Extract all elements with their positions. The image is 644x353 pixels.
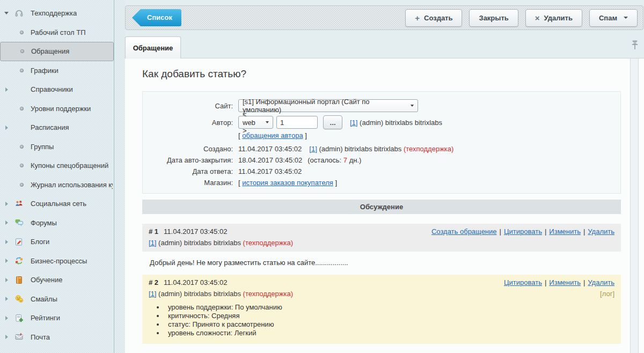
message-2-meta-row: # 2 11.04.2017 03:45:02 Цитировать | Изм…	[149, 278, 614, 286]
form-row-created: Создано: 11.04.2017 03:45:02 [1] (admin)…	[143, 145, 620, 153]
sidebar-item-label: Почта	[31, 333, 50, 341]
sidebar-item-label: Рабочий стол ТП	[31, 28, 86, 36]
autoclose-left-days: 7	[343, 156, 347, 164]
list-item: статус: Принято к рассмотрению	[165, 320, 614, 328]
sidebar-item-groups[interactable]: Группы	[0, 137, 125, 157]
form-row-answer-date: Дата ответа: 11.04.2017 03:45:02	[143, 167, 620, 175]
author-requests-link[interactable]: обращения автора	[242, 131, 303, 139]
sidebar-item-forums[interactable]: Форумы	[0, 214, 125, 233]
content-scrollbar[interactable]	[630, 58, 639, 353]
headphones-icon	[14, 9, 24, 18]
pin-icon[interactable]	[630, 39, 640, 52]
sidebar-item-coupons[interactable]: Купоны спецобращений	[0, 156, 125, 175]
author-user-link[interactable]: [1]	[350, 119, 357, 127]
message-2-actions: Цитировать | Изменить | Удалить	[504, 278, 614, 286]
action-create-request-link[interactable]: Создать обращение	[431, 227, 497, 236]
created-user-link[interactable]: [1]	[309, 145, 317, 153]
bizproc-icon	[14, 256, 24, 265]
author-browse-button[interactable]: ...	[323, 115, 342, 129]
chevron-down-icon	[624, 17, 628, 19]
spam-dropdown-button[interactable]: Спам	[589, 9, 638, 27]
sidebar-item-social[interactable]: Социальная сеть	[0, 194, 125, 214]
chevron-right-icon	[5, 316, 8, 320]
sidebar-item-label: Журнал использования куп	[31, 181, 113, 189]
author-type-select[interactable]: < web >	[238, 116, 273, 129]
bullet-icon	[20, 145, 24, 149]
action-delete-link[interactable]: Удалить	[588, 227, 614, 236]
sidebar-item-tech-support[interactable]: Техподдержка	[0, 4, 125, 23]
answer-date-label: Дата ответа:	[143, 167, 238, 175]
message-author-name: (admin) bitrixlabs bitrixlabs	[158, 290, 241, 298]
action-edit-link[interactable]: Изменить	[549, 227, 581, 236]
author-id-input[interactable]	[276, 116, 318, 129]
action-edit-link[interactable]: Изменить	[549, 278, 581, 286]
message-author-group: (техподдержка)	[243, 239, 293, 247]
site-label: Сайт:	[143, 102, 238, 110]
bitrix-admin-window: Техподдержка Рабочий стол ТП Обращения Г…	[0, 0, 644, 353]
sidebar-menu: Техподдержка Рабочий стол ТП Обращения Г…	[0, 0, 125, 347]
bullet-icon	[20, 31, 24, 34]
discussion-header: Обсуждение	[142, 200, 621, 214]
shop-orders: [ история заказов покупателя ]	[238, 179, 337, 187]
message-author: [1] (admin) bitrixlabs bitrixlabs (техпо…	[149, 239, 293, 247]
close-button[interactable]: Закрыть	[469, 9, 518, 27]
sidebar-item-blogs[interactable]: Блоги	[0, 232, 125, 252]
list-item: критичность: Средняя	[165, 312, 614, 320]
ratings-icon	[14, 314, 24, 322]
message-author-link[interactable]: [1]	[149, 239, 156, 247]
sidebar-item-schedules[interactable]: Расписания	[0, 118, 125, 137]
site-select[interactable]: [s1] Информационный портал (Сайт по умол…	[238, 99, 418, 112]
chevron-right-icon	[5, 240, 8, 244]
bracket-close: ]	[305, 131, 307, 139]
sidebar-item-usage-log[interactable]: Журнал использования куп	[0, 175, 125, 195]
bracket-open: [	[238, 131, 240, 139]
sidebar-item-bizproc[interactable]: Бизнес-процессы	[0, 252, 125, 271]
mail-icon	[14, 333, 24, 341]
chevron-right-icon	[5, 297, 8, 301]
autoclose-value: 18.04.2017 03:45:02	[238, 156, 302, 164]
action-quote-link[interactable]: Цитировать	[504, 278, 542, 286]
chevron-right-icon	[5, 220, 8, 225]
sidebar-item-directories[interactable]: Справочники	[0, 80, 125, 99]
message-1: # 1 11.04.2017 03:45:02 Создать обращени…	[142, 224, 621, 274]
message-author-link[interactable]: [1]	[149, 290, 156, 298]
plus-icon: +	[415, 14, 420, 22]
shop-label: Магазин:	[143, 179, 238, 187]
spam-button-label: Спам	[599, 14, 617, 22]
message-2-params-list: уровень поддержки: По умолчанию критично…	[165, 303, 614, 337]
blog-icon	[14, 238, 24, 246]
create-button[interactable]: + Создать	[405, 9, 462, 27]
sidebar-item-desktop[interactable]: Рабочий стол ТП	[0, 23, 125, 42]
action-quote-link[interactable]: Цитировать	[504, 227, 542, 236]
sidebar-item-requests[interactable]: Обращения	[0, 42, 114, 61]
sidebar-item-training[interactable]: Обучение	[0, 270, 125, 290]
sidebar-item-charts[interactable]: Графики	[0, 61, 125, 80]
sidebar-item-ratings[interactable]: Рейтинги	[0, 308, 125, 328]
sidebar-item-smiles[interactable]: Смайлы	[0, 290, 125, 309]
log-link[interactable]: [лог]	[600, 290, 614, 298]
action-delete-link[interactable]: Удалить	[588, 278, 614, 286]
created-label: Создано:	[143, 145, 238, 153]
sidebar-item-label: Графики	[31, 67, 58, 75]
sidebar-item-label: Обучение	[31, 276, 62, 284]
sidebar-item-mail[interactable]: Почта	[0, 328, 125, 347]
chevron-down-icon	[4, 12, 9, 14]
message-date: 11.04.2017 03:45:02	[164, 278, 227, 286]
message-1-body: Добрый день! Не могу разместить статью н…	[142, 252, 621, 274]
autoclose-left-suffix: дн.)	[349, 156, 362, 164]
bullet-icon	[20, 164, 24, 167]
sidebar-item-label: Купоны спецобращений	[31, 161, 108, 170]
separator: |	[545, 227, 546, 236]
bullet-icon	[20, 183, 24, 187]
sidebar-item-support-levels[interactable]: Уровни поддержки	[0, 99, 125, 119]
created-user-group: (техподдержка)	[404, 145, 453, 153]
author-requests: [ обращения автора ]	[238, 131, 307, 139]
close-button-label: Закрыть	[479, 14, 508, 22]
list-back-button[interactable]: Список	[132, 9, 181, 26]
message-author-name: (admin) bitrixlabs bitrixlabs	[158, 239, 241, 247]
delete-button[interactable]: × Удалить	[525, 9, 582, 27]
sidebar-item-label: Смайлы	[31, 295, 57, 303]
message-1-actions: Создать обращение | Цитировать | Изменит…	[431, 227, 614, 236]
tab-request[interactable]: Обращение	[125, 36, 181, 58]
shop-orders-link[interactable]: история заказов покупателя	[242, 179, 333, 187]
